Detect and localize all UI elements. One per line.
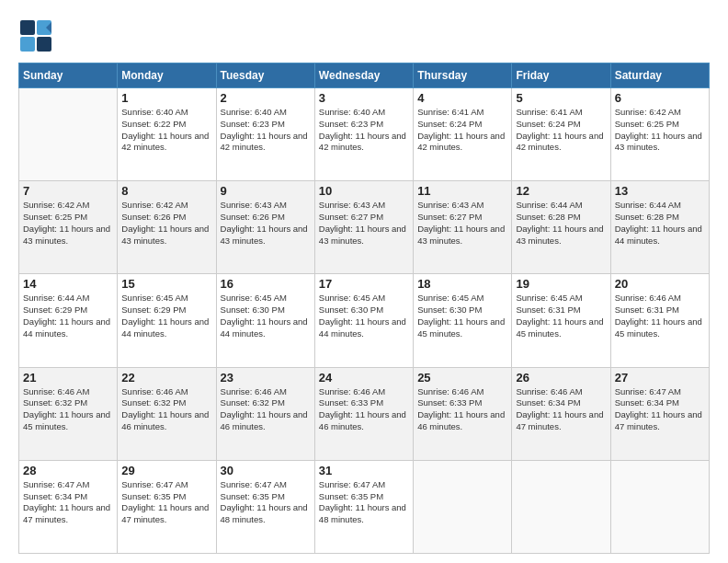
calendar-cell: 12Sunrise: 6:44 AMSunset: 6:28 PMDayligh… (512, 181, 610, 274)
calendar-week-row: 7Sunrise: 6:42 AMSunset: 6:25 PMDaylight… (19, 181, 710, 274)
calendar-cell: 1Sunrise: 6:40 AMSunset: 6:22 PMDaylight… (118, 88, 216, 181)
calendar-cell: 21Sunrise: 6:46 AMSunset: 6:32 PMDayligh… (19, 367, 118, 460)
cell-info: Sunrise: 6:43 AMSunset: 6:27 PMDaylight:… (417, 200, 507, 247)
weekday-header-sunday: Sunday (19, 63, 118, 88)
day-number: 26 (516, 371, 606, 385)
day-number: 11 (417, 184, 507, 198)
calendar-cell: 3Sunrise: 6:40 AMSunset: 6:23 PMDaylight… (314, 88, 413, 181)
cell-info: Sunrise: 6:42 AMSunset: 6:26 PMDaylight:… (121, 200, 211, 247)
calendar-cell: 13Sunrise: 6:44 AMSunset: 6:28 PMDayligh… (610, 181, 709, 274)
day-number: 21 (23, 371, 113, 385)
day-number: 20 (615, 277, 705, 291)
cell-info: Sunrise: 6:47 AMSunset: 6:35 PMDaylight:… (319, 479, 409, 526)
day-number: 30 (221, 464, 311, 477)
cell-info: Sunrise: 6:45 AMSunset: 6:30 PMDaylight:… (319, 293, 409, 339)
cell-info: Sunrise: 6:46 AMSunset: 6:31 PMDaylight:… (615, 293, 705, 339)
calendar-cell: 28Sunrise: 6:47 AMSunset: 6:34 PMDayligh… (19, 460, 118, 553)
calendar-cell: 19Sunrise: 6:45 AMSunset: 6:31 PMDayligh… (512, 274, 610, 367)
day-number: 24 (319, 371, 409, 385)
day-number: 14 (23, 277, 113, 291)
logo-icon (18, 18, 53, 53)
cell-info: Sunrise: 6:43 AMSunset: 6:27 PMDaylight:… (319, 200, 409, 247)
calendar-cell: 30Sunrise: 6:47 AMSunset: 6:35 PMDayligh… (216, 460, 314, 553)
calendar-cell: 20Sunrise: 6:46 AMSunset: 6:31 PMDayligh… (610, 274, 709, 367)
cell-info: Sunrise: 6:43 AMSunset: 6:26 PMDaylight:… (221, 200, 311, 247)
day-number: 9 (221, 184, 311, 198)
cell-info: Sunrise: 6:40 AMSunset: 6:22 PMDaylight:… (121, 107, 211, 154)
day-number: 15 (121, 277, 211, 291)
calendar-cell: 6Sunrise: 6:42 AMSunset: 6:25 PMDaylight… (610, 88, 709, 181)
calendar-cell: 27Sunrise: 6:47 AMSunset: 6:34 PMDayligh… (610, 367, 709, 460)
calendar-cell: 24Sunrise: 6:46 AMSunset: 6:33 PMDayligh… (314, 367, 413, 460)
day-number: 1 (121, 91, 211, 105)
day-number: 25 (417, 371, 507, 385)
day-number: 31 (319, 464, 409, 477)
cell-info: Sunrise: 6:40 AMSunset: 6:23 PMDaylight:… (319, 107, 409, 154)
day-number: 2 (221, 91, 311, 105)
weekday-header-monday: Monday (118, 63, 216, 88)
calendar-cell: 25Sunrise: 6:46 AMSunset: 6:33 PMDayligh… (414, 367, 512, 460)
cell-info: Sunrise: 6:46 AMSunset: 6:33 PMDaylight:… (319, 386, 409, 433)
day-number: 19 (516, 277, 606, 291)
calendar-cell: 14Sunrise: 6:44 AMSunset: 6:29 PMDayligh… (19, 274, 118, 367)
calendar-cell: 16Sunrise: 6:45 AMSunset: 6:30 PMDayligh… (216, 274, 314, 367)
calendar-cell: 18Sunrise: 6:45 AMSunset: 6:30 PMDayligh… (414, 274, 512, 367)
calendar-week-row: 1Sunrise: 6:40 AMSunset: 6:22 PMDaylight… (19, 88, 710, 181)
calendar-week-row: 21Sunrise: 6:46 AMSunset: 6:32 PMDayligh… (19, 367, 710, 460)
calendar-cell (610, 460, 709, 553)
cell-info: Sunrise: 6:45 AMSunset: 6:29 PMDaylight:… (121, 293, 211, 339)
cell-info: Sunrise: 6:46 AMSunset: 6:32 PMDaylight:… (23, 386, 113, 433)
header (18, 18, 710, 53)
day-number: 22 (121, 371, 211, 385)
calendar-week-row: 14Sunrise: 6:44 AMSunset: 6:29 PMDayligh… (19, 274, 710, 367)
cell-info: Sunrise: 6:42 AMSunset: 6:25 PMDaylight:… (615, 107, 705, 154)
cell-info: Sunrise: 6:45 AMSunset: 6:31 PMDaylight:… (516, 293, 606, 339)
day-number: 5 (516, 91, 606, 105)
page: SundayMondayTuesdayWednesdayThursdayFrid… (0, 0, 728, 563)
calendar-cell: 31Sunrise: 6:47 AMSunset: 6:35 PMDayligh… (314, 460, 413, 553)
calendar-cell: 22Sunrise: 6:46 AMSunset: 6:32 PMDayligh… (118, 367, 216, 460)
weekday-header-row: SundayMondayTuesdayWednesdayThursdayFrid… (19, 63, 710, 88)
cell-info: Sunrise: 6:40 AMSunset: 6:23 PMDaylight:… (221, 107, 311, 154)
day-number: 28 (23, 464, 113, 477)
cell-info: Sunrise: 6:47 AMSunset: 6:34 PMDaylight:… (615, 386, 705, 433)
day-number: 23 (221, 371, 311, 385)
day-number: 3 (319, 91, 409, 105)
logo (18, 18, 57, 53)
svg-rect-2 (20, 37, 35, 52)
calendar-cell: 17Sunrise: 6:45 AMSunset: 6:30 PMDayligh… (314, 274, 413, 367)
day-number: 7 (23, 184, 113, 198)
calendar-cell: 29Sunrise: 6:47 AMSunset: 6:35 PMDayligh… (118, 460, 216, 553)
cell-info: Sunrise: 6:45 AMSunset: 6:30 PMDaylight:… (417, 293, 507, 339)
calendar-cell: 23Sunrise: 6:46 AMSunset: 6:32 PMDayligh… (216, 367, 314, 460)
calendar-cell: 26Sunrise: 6:46 AMSunset: 6:34 PMDayligh… (512, 367, 610, 460)
cell-info: Sunrise: 6:42 AMSunset: 6:25 PMDaylight:… (23, 200, 113, 247)
calendar-cell: 5Sunrise: 6:41 AMSunset: 6:24 PMDaylight… (512, 88, 610, 181)
weekday-header-saturday: Saturday (610, 63, 709, 88)
calendar-cell: 7Sunrise: 6:42 AMSunset: 6:25 PMDaylight… (19, 181, 118, 274)
cell-info: Sunrise: 6:46 AMSunset: 6:32 PMDaylight:… (221, 386, 311, 433)
cell-info: Sunrise: 6:47 AMSunset: 6:35 PMDaylight:… (221, 479, 311, 526)
cell-info: Sunrise: 6:44 AMSunset: 6:28 PMDaylight:… (615, 200, 705, 247)
calendar-cell: 9Sunrise: 6:43 AMSunset: 6:26 PMDaylight… (216, 181, 314, 274)
day-number: 12 (516, 184, 606, 198)
day-number: 27 (615, 371, 705, 385)
cell-info: Sunrise: 6:46 AMSunset: 6:33 PMDaylight:… (417, 386, 507, 433)
svg-rect-3 (37, 37, 51, 52)
day-number: 4 (417, 91, 507, 105)
calendar-cell: 2Sunrise: 6:40 AMSunset: 6:23 PMDaylight… (216, 88, 314, 181)
day-number: 8 (121, 184, 211, 198)
cell-info: Sunrise: 6:44 AMSunset: 6:28 PMDaylight:… (516, 200, 606, 247)
cell-info: Sunrise: 6:45 AMSunset: 6:30 PMDaylight:… (221, 293, 311, 339)
weekday-header-wednesday: Wednesday (314, 63, 413, 88)
day-number: 13 (615, 184, 705, 198)
day-number: 18 (417, 277, 507, 291)
day-number: 16 (221, 277, 311, 291)
cell-info: Sunrise: 6:46 AMSunset: 6:34 PMDaylight:… (516, 386, 606, 433)
cell-info: Sunrise: 6:41 AMSunset: 6:24 PMDaylight:… (417, 107, 507, 154)
calendar-cell: 11Sunrise: 6:43 AMSunset: 6:27 PMDayligh… (414, 181, 512, 274)
day-number: 17 (319, 277, 409, 291)
weekday-header-thursday: Thursday (414, 63, 512, 88)
calendar-table: SundayMondayTuesdayWednesdayThursdayFrid… (18, 63, 710, 554)
cell-info: Sunrise: 6:41 AMSunset: 6:24 PMDaylight:… (516, 107, 606, 154)
